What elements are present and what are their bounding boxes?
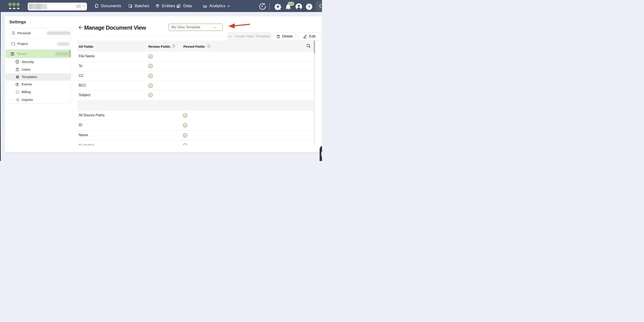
svg-text:?: ? (308, 5, 310, 9)
